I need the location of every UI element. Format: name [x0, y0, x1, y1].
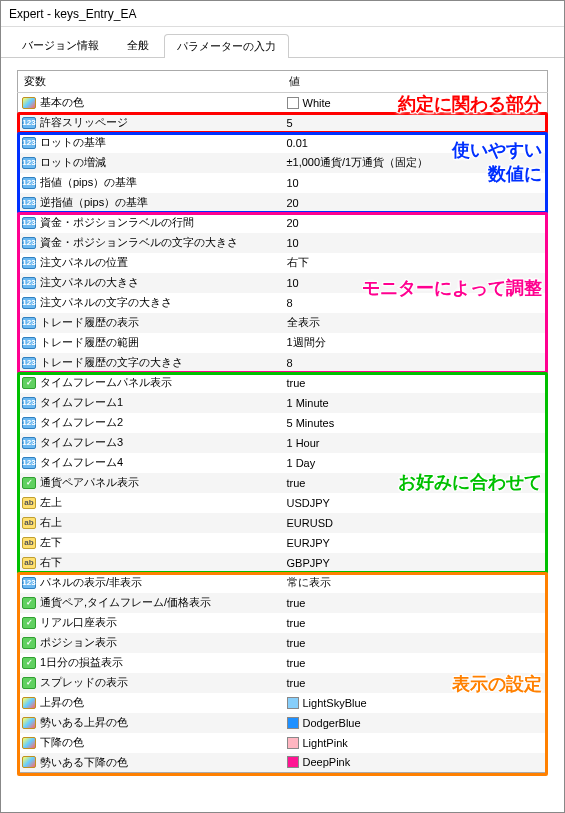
param-value-cell[interactable]: 8	[283, 353, 548, 373]
param-value: 5	[287, 117, 293, 129]
param-row[interactable]: 123許容スリッページ5	[18, 113, 548, 133]
str-type-icon: ab	[22, 537, 36, 549]
param-row[interactable]: 123トレード履歴の文字の大きさ8	[18, 353, 548, 373]
param-value-cell[interactable]: true	[283, 473, 548, 493]
param-value: 10	[287, 277, 299, 289]
param-row[interactable]: 上昇の色LightSkyBlue	[18, 693, 548, 713]
param-row[interactable]: ✓スプレッドの表示true	[18, 673, 548, 693]
param-value-cell[interactable]: ±1,000通貨/1万通貨（固定）	[283, 153, 548, 173]
param-value-cell[interactable]: true	[283, 653, 548, 673]
str-type-icon: ab	[22, 517, 36, 529]
param-row[interactable]: 123トレード履歴の範囲1週間分	[18, 333, 548, 353]
param-row[interactable]: 123資金・ポジションラベルの文字の大きさ10	[18, 233, 548, 253]
param-value-cell[interactable]: true	[283, 673, 548, 693]
param-value-cell[interactable]: true	[283, 373, 548, 393]
param-value-cell[interactable]: GBPJPY	[283, 553, 548, 573]
param-value: 全表示	[287, 315, 320, 330]
param-value-cell[interactable]: true	[283, 593, 548, 613]
param-row[interactable]: 123パネルの表示/非表示常に表示	[18, 573, 548, 593]
param-value-cell[interactable]: DeepPink	[283, 753, 548, 773]
color-swatch	[287, 756, 299, 768]
tab-general[interactable]: 全般	[114, 33, 162, 57]
tab-version[interactable]: バージョン情報	[9, 33, 112, 57]
header-value[interactable]: 値	[283, 71, 548, 93]
param-value-cell[interactable]: 1 Day	[283, 453, 548, 473]
param-row[interactable]: 123ロットの基準0.01	[18, 133, 548, 153]
param-row[interactable]: ✓1日分の損益表示true	[18, 653, 548, 673]
param-value-cell[interactable]: 10	[283, 173, 548, 193]
param-row[interactable]: ✓ポジション表示true	[18, 633, 548, 653]
param-value: LightPink	[303, 737, 348, 749]
param-row[interactable]: ab左上USDJPY	[18, 493, 548, 513]
param-value: 1 Day	[287, 457, 316, 469]
param-value-cell[interactable]: 1週間分	[283, 333, 548, 353]
param-value-cell[interactable]: 8	[283, 293, 548, 313]
param-value-cell[interactable]: 1 Minute	[283, 393, 548, 413]
content-area: 変数 値 基本の色White123許容スリッページ5123ロットの基準0.011…	[1, 58, 564, 812]
param-value: true	[287, 617, 306, 629]
param-value-cell[interactable]: true	[283, 633, 548, 653]
param-row[interactable]: 123注文パネルの位置右下	[18, 253, 548, 273]
num-type-icon: 123	[22, 257, 36, 269]
param-row[interactable]: ab右下GBPJPY	[18, 553, 548, 573]
param-row[interactable]: 勢いある下降の色DeepPink	[18, 753, 548, 773]
param-value-cell[interactable]: 全表示	[283, 313, 548, 333]
param-row[interactable]: ab右上EURUSD	[18, 513, 548, 533]
param-row[interactable]: 123ロットの増減±1,000通貨/1万通貨（固定）	[18, 153, 548, 173]
num-type-icon: 123	[22, 177, 36, 189]
param-value-cell[interactable]: 1 Hour	[283, 433, 548, 453]
param-value-cell[interactable]: USDJPY	[283, 493, 548, 513]
param-row[interactable]: ✓リアル口座表示true	[18, 613, 548, 633]
param-value-cell[interactable]: DodgerBlue	[283, 713, 548, 733]
param-row[interactable]: 123指値（pips）の基準10	[18, 173, 548, 193]
param-row[interactable]: 勢いある上昇の色DodgerBlue	[18, 713, 548, 733]
param-value-cell[interactable]: LightPink	[283, 733, 548, 753]
param-value-cell[interactable]: 右下	[283, 253, 548, 273]
param-row[interactable]: 123タイムフレーム25 Minutes	[18, 413, 548, 433]
num-type-icon: 123	[22, 337, 36, 349]
param-name: 許容スリッページ	[40, 115, 128, 130]
param-row[interactable]: 下降の色LightPink	[18, 733, 548, 753]
param-name: 左下	[40, 535, 62, 550]
param-value-cell[interactable]: 5 Minutes	[283, 413, 548, 433]
param-name: タイムフレーム1	[40, 395, 123, 410]
param-row[interactable]: 123注文パネルの文字の大きさ8	[18, 293, 548, 313]
param-row[interactable]: 123タイムフレーム11 Minute	[18, 393, 548, 413]
param-value-cell[interactable]: EURUSD	[283, 513, 548, 533]
param-name: 通貨ペア,タイムフレーム/価格表示	[40, 595, 211, 610]
param-value: 20	[287, 217, 299, 229]
bool-type-icon: ✓	[22, 617, 36, 629]
param-name: タイムフレーム3	[40, 435, 123, 450]
param-name: ロットの基準	[40, 135, 106, 150]
param-row[interactable]: ✓タイムフレームパネル表示true	[18, 373, 548, 393]
num-type-icon: 123	[22, 237, 36, 249]
header-variable[interactable]: 変数	[18, 71, 283, 93]
param-row[interactable]: 基本の色White	[18, 93, 548, 113]
num-type-icon: 123	[22, 357, 36, 369]
tab-inputs[interactable]: パラメーターの入力	[164, 34, 289, 58]
param-name: 勢いある下降の色	[40, 755, 128, 770]
param-value-cell[interactable]: 10	[283, 273, 548, 293]
param-row[interactable]: 123資金・ポジションラベルの行間20	[18, 213, 548, 233]
param-value-cell[interactable]: EURJPY	[283, 533, 548, 553]
param-row[interactable]: 123逆指値（pips）の基準20	[18, 193, 548, 213]
param-value-cell[interactable]: 20	[283, 213, 548, 233]
param-value-cell[interactable]: 10	[283, 233, 548, 253]
param-name: トレード履歴の文字の大きさ	[40, 355, 183, 370]
param-row[interactable]: 123トレード履歴の表示全表示	[18, 313, 548, 333]
param-value-cell[interactable]: White	[283, 93, 548, 113]
param-value-cell[interactable]: 常に表示	[283, 573, 548, 593]
param-row[interactable]: 123タイムフレーム31 Hour	[18, 433, 548, 453]
param-row[interactable]: ab左下EURJPY	[18, 533, 548, 553]
param-value-cell[interactable]: true	[283, 613, 548, 633]
param-value: DodgerBlue	[303, 717, 361, 729]
param-row[interactable]: 123注文パネルの大きさ10	[18, 273, 548, 293]
param-name: ロットの増減	[40, 155, 106, 170]
param-value-cell[interactable]: LightSkyBlue	[283, 693, 548, 713]
param-row[interactable]: ✓通貨ペア,タイムフレーム/価格表示true	[18, 593, 548, 613]
param-value-cell[interactable]: 0.01	[283, 133, 548, 153]
param-row[interactable]: ✓通貨ペアパネル表示true	[18, 473, 548, 493]
param-row[interactable]: 123タイムフレーム41 Day	[18, 453, 548, 473]
param-value-cell[interactable]: 5	[283, 113, 548, 133]
param-value-cell[interactable]: 20	[283, 193, 548, 213]
